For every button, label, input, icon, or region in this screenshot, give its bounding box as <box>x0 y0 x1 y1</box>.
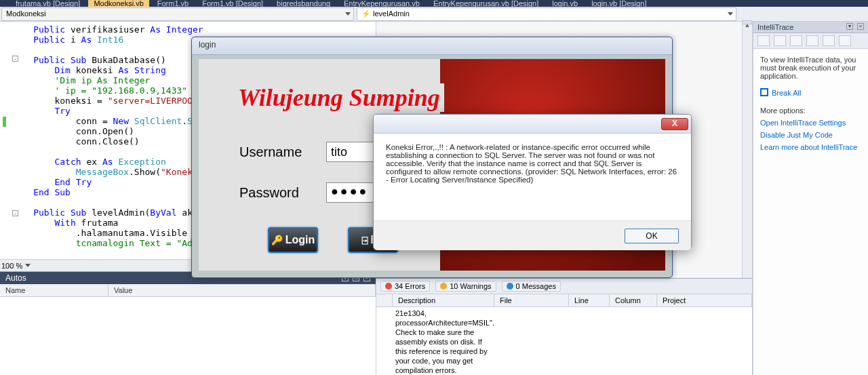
toolbar-button[interactable] <box>790 35 802 46</box>
col-name[interactable]: Name <box>0 284 108 296</box>
chevron-down-icon <box>728 12 733 16</box>
dialog-titlebar[interactable]: X <box>374 115 691 134</box>
autos-title: Autos <box>5 273 26 283</box>
password-label: Password <box>239 185 299 201</box>
doc-tab[interactable]: frutama.vb [Design] <box>10 0 85 7</box>
open-settings-link[interactable]: Open IntelliTrace Settings <box>760 119 861 127</box>
messages-filter[interactable]: 0 Messages <box>502 281 561 292</box>
learn-more-link[interactable]: Learn more about IntelliTrace <box>760 143 861 151</box>
col-column[interactable]: Column <box>610 294 657 307</box>
window-menu-icon[interactable]: ▾ <box>846 23 853 30</box>
member-label: levelAdmin <box>373 9 410 18</box>
chevron-down-icon <box>345 12 351 16</box>
dialog-close-button[interactable]: X <box>661 118 688 130</box>
zoom-value[interactable]: 100 % <box>1 262 22 270</box>
error-row[interactable]: 21e1304, processorArchitecture=MSIL". Ch… <box>376 307 752 375</box>
error-dialog: X Koneksi Error,.,!! : A network-related… <box>373 114 692 250</box>
col-value[interactable]: Value <box>108 284 376 296</box>
welcome-heading: Wilujeung Sumping <box>238 83 444 112</box>
toolbar-button[interactable] <box>806 35 818 46</box>
username-label: Username <box>239 144 302 160</box>
scope-dropdown[interactable]: Modkoneksi <box>1 7 354 21</box>
col-line[interactable]: Line <box>569 294 610 307</box>
login-button[interactable]: 🔑Login <box>268 227 318 253</box>
change-marker <box>3 117 6 127</box>
member-dropdown[interactable]: ⚡ levelAdmin <box>357 7 736 21</box>
col-project[interactable]: Project <box>657 294 752 307</box>
doc-tab[interactable]: bigredsbandung <box>271 0 336 7</box>
chevron-down-icon[interactable] <box>25 264 31 267</box>
splitter-handle[interactable] <box>742 20 752 24</box>
scope-label: Modkoneksi <box>6 9 46 18</box>
doc-tab[interactable]: Form1.vb <box>152 0 194 7</box>
error-list-panel: 34 Errors 10 Warnings 0 Messages Descrip… <box>376 278 752 375</box>
key-icon: 🔑 <box>271 235 283 245</box>
disable-jmc-link[interactable]: Disable Just My Code <box>760 131 861 139</box>
intellitrace-panel: IntelliTrace ▾ × To view IntelliTrace da… <box>753 22 868 375</box>
login-window-title[interactable]: login <box>192 37 672 55</box>
col-file[interactable]: File <box>494 294 569 307</box>
break-all-link[interactable]: Break All <box>760 88 861 97</box>
close-icon[interactable]: × <box>857 23 864 30</box>
doc-tab[interactable]: login.vb <box>547 0 583 7</box>
doc-tab[interactable]: EntryKepengurusan.vb [Design] <box>428 0 544 7</box>
intro-text: To view IntelliTrace data, you must brea… <box>760 56 861 80</box>
doc-tab[interactable]: Form1.vb [Design] <box>197 0 269 7</box>
warnings-filter[interactable]: 10 Warnings <box>435 281 496 292</box>
doc-tab-active[interactable]: Modkoneksi.vb <box>88 0 149 7</box>
outline-collapse-icon[interactable]: - <box>12 56 18 62</box>
warning-icon <box>440 283 447 290</box>
autos-body <box>0 297 376 375</box>
outline-collapse-icon[interactable]: - <box>12 210 18 216</box>
intellitrace-title: IntelliTrace <box>757 23 793 31</box>
more-options-label: More options: <box>760 106 861 115</box>
exit-icon: ⍈ <box>362 235 368 245</box>
toolbar-button[interactable] <box>757 35 770 46</box>
dialog-message: Koneksi Error,.,!! : A network-related o… <box>374 134 691 220</box>
autos-panel: Autos ▾ ⊙ × Name Value <box>0 271 376 375</box>
navigation-bar: Modkoneksi ⚡ levelAdmin <box>0 7 868 22</box>
doc-tab[interactable]: login.vb [Design] <box>586 0 652 7</box>
ok-button[interactable]: OK <box>625 229 679 243</box>
doc-tab[interactable]: EntryKepengurusan.vb <box>338 0 425 7</box>
toolbar-button[interactable] <box>774 35 786 46</box>
error-description: 21e1304, processorArchitecture=MSIL". Ch… <box>395 309 494 375</box>
info-icon <box>507 283 513 290</box>
toolbar-button[interactable] <box>839 35 851 46</box>
errors-filter[interactable]: 34 Errors <box>380 281 430 292</box>
toolbar-button[interactable] <box>823 35 835 46</box>
document-tabs: frutama.vb [Design] Modkoneksi.vb Form1.… <box>0 0 868 7</box>
error-icon <box>385 283 392 290</box>
col-blank <box>376 294 393 307</box>
vertical-scrollbar[interactable]: ▲ <box>742 22 752 278</box>
col-description[interactable]: Description <box>393 294 494 307</box>
